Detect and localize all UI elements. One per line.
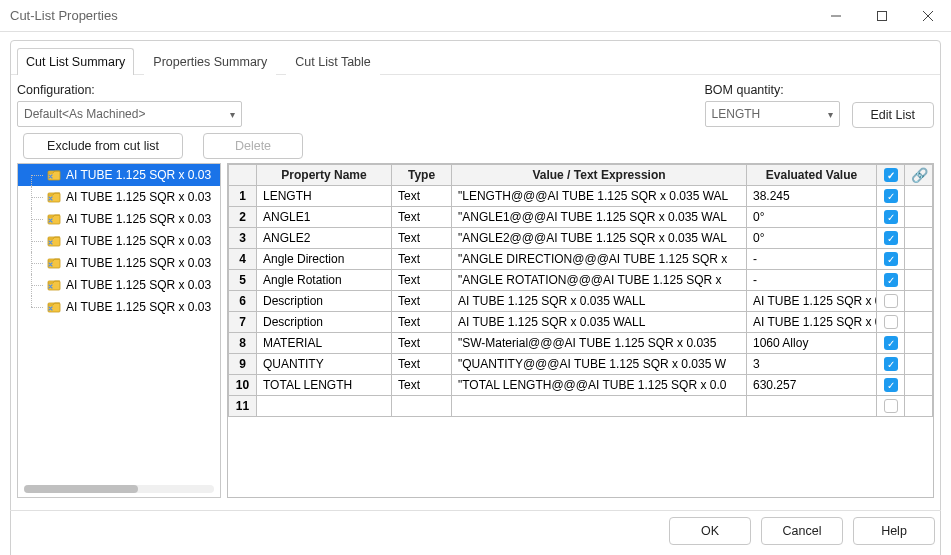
cell-property-name[interactable]: ANGLE2 xyxy=(257,228,392,249)
cell-checkbox[interactable]: ✓ xyxy=(877,333,905,354)
tree-scroll-thumb[interactable] xyxy=(24,485,138,493)
table-row[interactable]: 4 Angle Direction Text "ANGLE DIRECTION@… xyxy=(229,249,933,270)
table-row[interactable]: 5 Angle Rotation Text "ANGLE ROTATION@@@… xyxy=(229,270,933,291)
cell-link[interactable] xyxy=(905,270,933,291)
cell-checkbox[interactable] xyxy=(877,312,905,333)
tree-item[interactable]: AI TUBE 1.125 SQR x 0.03 xyxy=(18,186,220,208)
properties-grid[interactable]: Property Name Type Value / Text Expressi… xyxy=(227,163,934,498)
table-row[interactable]: 3 ANGLE2 Text "ANGLE2@@@AI TUBE 1.125 SQ… xyxy=(229,228,933,249)
tree-item[interactable]: AI TUBE 1.125 SQR x 0.03 xyxy=(18,274,220,296)
cell-checkbox[interactable] xyxy=(877,396,905,417)
cell-type[interactable]: Text xyxy=(392,333,452,354)
cell-type[interactable]: Text xyxy=(392,312,452,333)
cell-value[interactable]: AI TUBE 1.125 SQR x 0.035 WALL xyxy=(452,291,747,312)
close-button[interactable] xyxy=(905,0,951,32)
help-button[interactable]: Help xyxy=(853,517,935,545)
tree-scrollbar[interactable] xyxy=(24,485,214,493)
table-row[interactable]: 2 ANGLE1 Text "ANGLE1@@@AI TUBE 1.125 SQ… xyxy=(229,207,933,228)
grid-header-property-name[interactable]: Property Name xyxy=(257,165,392,186)
cancel-button[interactable]: Cancel xyxy=(761,517,843,545)
cell-link[interactable] xyxy=(905,207,933,228)
cell-value[interactable]: "ANGLE DIRECTION@@@AI TUBE 1.125 SQR x xyxy=(452,249,747,270)
cell-link[interactable] xyxy=(905,312,933,333)
cell-new-property-placeholder[interactable] xyxy=(257,396,392,417)
cell-property-name[interactable]: ANGLE1 xyxy=(257,207,392,228)
cell-value[interactable]: "ANGLE1@@@AI TUBE 1.125 SQR x 0.035 WAL xyxy=(452,207,747,228)
maximize-button[interactable] xyxy=(859,0,905,32)
cell-property-name[interactable]: Description xyxy=(257,312,392,333)
cell-type[interactable] xyxy=(392,396,452,417)
cell-type[interactable]: Text xyxy=(392,291,452,312)
configuration-select[interactable]: Default<As Machined> ▾ xyxy=(17,101,242,127)
grid-header-value[interactable]: Value / Text Expression xyxy=(452,165,747,186)
tree-item[interactable]: AI TUBE 1.125 SQR x 0.03 xyxy=(18,164,220,186)
minimize-button[interactable] xyxy=(813,0,859,32)
table-row[interactable]: 6 Description Text AI TUBE 1.125 SQR x 0… xyxy=(229,291,933,312)
table-row-new[interactable]: 11 xyxy=(229,396,933,417)
bom-quantity-select[interactable]: LENGTH ▾ xyxy=(705,101,840,127)
cell-link[interactable] xyxy=(905,396,933,417)
cell-value[interactable]: AI TUBE 1.125 SQR x 0.035 WALL xyxy=(452,312,747,333)
cell-value[interactable]: "ANGLE2@@@AI TUBE 1.125 SQR x 0.035 WAL xyxy=(452,228,747,249)
cell-type[interactable]: Text xyxy=(392,249,452,270)
cell-value[interactable] xyxy=(452,396,747,417)
tree-item[interactable]: AI TUBE 1.125 SQR x 0.03 xyxy=(18,252,220,274)
cell-link[interactable] xyxy=(905,333,933,354)
tab-cut-list-summary[interactable]: Cut List Summary xyxy=(17,48,134,75)
table-row[interactable]: 9 QUANTITY Text "QUANTITY@@@AI TUBE 1.12… xyxy=(229,354,933,375)
cell-type[interactable]: Text xyxy=(392,228,452,249)
cell-link[interactable] xyxy=(905,354,933,375)
table-row[interactable]: 7 Description Text AI TUBE 1.125 SQR x 0… xyxy=(229,312,933,333)
cell-type[interactable]: Text xyxy=(392,186,452,207)
grid-header-evaluated[interactable]: Evaluated Value xyxy=(747,165,877,186)
table-row[interactable]: 1 LENGTH Text "LENGTH@@@AI TUBE 1.125 SQ… xyxy=(229,186,933,207)
tab-cut-list-table[interactable]: Cut List Table xyxy=(286,48,380,75)
exclude-button[interactable]: Exclude from cut list xyxy=(23,133,183,159)
cell-value[interactable]: "TOTAL LENGTH@@@AI TUBE 1.125 SQR x 0.0 xyxy=(452,375,747,396)
cell-value[interactable]: "SW-Material@@@AI TUBE 1.125 SQR x 0.035 xyxy=(452,333,747,354)
ok-button[interactable]: OK xyxy=(669,517,751,545)
cell-property-name[interactable]: Angle Rotation xyxy=(257,270,392,291)
grid-header-checkbox[interactable]: ✓ xyxy=(877,165,905,186)
cell-type[interactable]: Text xyxy=(392,207,452,228)
cell-checkbox[interactable]: ✓ xyxy=(877,375,905,396)
cell-property-name[interactable]: LENGTH xyxy=(257,186,392,207)
cell-link[interactable] xyxy=(905,375,933,396)
cell-value[interactable]: "ANGLE ROTATION@@@AI TUBE 1.125 SQR x xyxy=(452,270,747,291)
cell-link[interactable] xyxy=(905,291,933,312)
cell-type[interactable]: Text xyxy=(392,375,452,396)
cell-checkbox[interactable]: ✓ xyxy=(877,228,905,249)
cell-value[interactable]: "LENGTH@@@AI TUBE 1.125 SQR x 0.035 WAL xyxy=(452,186,747,207)
cutlist-tree[interactable]: AI TUBE 1.125 SQR x 0.03 AI TUBE 1.125 S… xyxy=(17,163,221,498)
table-row[interactable]: 8 MATERIAL Text "SW-Material@@@AI TUBE 1… xyxy=(229,333,933,354)
cell-property-name[interactable]: QUANTITY xyxy=(257,354,392,375)
delete-button[interactable]: Delete xyxy=(203,133,303,159)
cell-checkbox[interactable]: ✓ xyxy=(877,207,905,228)
cell-checkbox[interactable] xyxy=(877,291,905,312)
cell-property-name[interactable]: Description xyxy=(257,291,392,312)
cell-property-name[interactable]: Angle Direction xyxy=(257,249,392,270)
tree-item[interactable]: AI TUBE 1.125 SQR x 0.03 xyxy=(18,230,220,252)
cutlist-folder-icon xyxy=(46,255,62,271)
edit-list-button[interactable]: Edit List xyxy=(852,102,934,128)
cell-value[interactable]: "QUANTITY@@@AI TUBE 1.125 SQR x 0.035 W xyxy=(452,354,747,375)
tab-panel: Cut List Summary Properties Summary Cut … xyxy=(10,40,941,555)
cell-type[interactable]: Text xyxy=(392,270,452,291)
cell-property-name[interactable]: TOTAL LENGTH xyxy=(257,375,392,396)
tree-item[interactable]: AI TUBE 1.125 SQR x 0.03 xyxy=(18,208,220,230)
grid-header-link[interactable]: 🔗 xyxy=(905,165,933,186)
tree-item[interactable]: AI TUBE 1.125 SQR x 0.03 xyxy=(18,296,220,318)
cell-checkbox[interactable]: ✓ xyxy=(877,270,905,291)
cell-link[interactable] xyxy=(905,249,933,270)
cell-checkbox[interactable]: ✓ xyxy=(877,249,905,270)
table-row[interactable]: 10 TOTAL LENGTH Text "TOTAL LENGTH@@@AI … xyxy=(229,375,933,396)
cell-checkbox[interactable]: ✓ xyxy=(877,186,905,207)
cell-link[interactable] xyxy=(905,228,933,249)
grid-header-type[interactable]: Type xyxy=(392,165,452,186)
tab-properties-summary[interactable]: Properties Summary xyxy=(144,48,276,75)
cell-link[interactable] xyxy=(905,186,933,207)
chevron-down-icon: ▾ xyxy=(828,109,833,120)
cell-property-name[interactable]: MATERIAL xyxy=(257,333,392,354)
cell-checkbox[interactable]: ✓ xyxy=(877,354,905,375)
cell-type[interactable]: Text xyxy=(392,354,452,375)
